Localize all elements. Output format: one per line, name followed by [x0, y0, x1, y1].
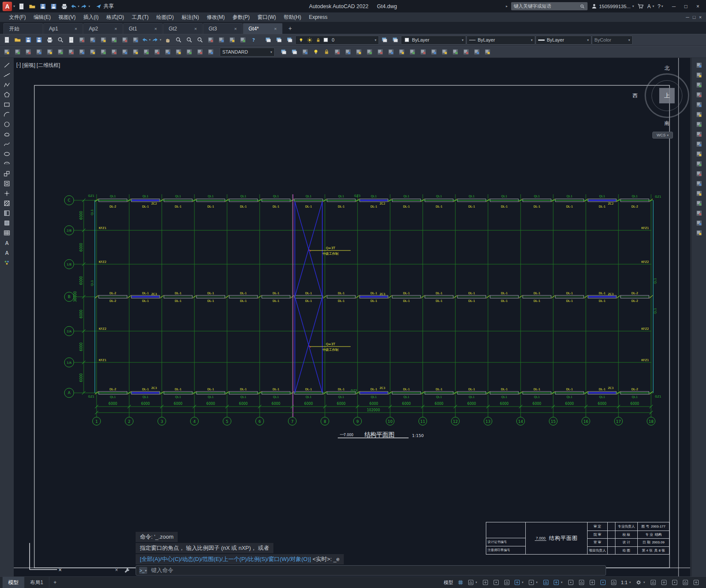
table-tool[interactable]	[1, 228, 12, 237]
text-style-dropdown-caret-icon[interactable]: ▾	[270, 50, 272, 54]
layer-off-icon[interactable]	[311, 47, 321, 57]
object-color-dropdown-caret-icon[interactable]: ▾	[462, 38, 464, 42]
new-file-icon[interactable]	[2, 35, 12, 45]
ucs-world-icon[interactable]	[12, 47, 23, 57]
lights-icon[interactable]	[98, 47, 109, 57]
arc-tool[interactable]	[1, 110, 12, 119]
point-tool[interactable]	[1, 189, 12, 198]
rectangle-tool[interactable]	[1, 100, 12, 109]
share-button[interactable]: 共享	[92, 3, 117, 10]
layer-properties-icon[interactable]	[263, 35, 273, 45]
dynamic-input-icon[interactable]	[491, 578, 501, 587]
new-tab-button[interactable]: +	[285, 24, 295, 33]
polar-tracking-icon-caret[interactable]: ▾	[521, 581, 524, 584]
visual-styles-icon[interactable]	[66, 47, 76, 57]
workspace-switching-icon[interactable]: ▾	[634, 578, 647, 587]
lineweight-dropdown-caret-icon[interactable]: ▾	[587, 38, 589, 42]
plot-style-dropdown[interactable]: ByColor▾	[592, 36, 633, 45]
file-tab-start[interactable]: 开始	[3, 23, 43, 34]
polygon-tool[interactable]	[1, 90, 12, 99]
steering-wheel-icon[interactable]	[120, 47, 130, 57]
pan-realtime-icon[interactable]	[163, 35, 173, 45]
layout1-tab[interactable]: 布局1	[24, 577, 49, 588]
viewport-minimize-control[interactable]: [-]	[16, 62, 21, 69]
layer-previous-icon[interactable]	[390, 35, 400, 45]
graphics-performance-icon[interactable]	[681, 578, 690, 587]
polyline-tool[interactable]	[1, 80, 12, 89]
table-style-icon[interactable]	[163, 47, 173, 57]
compass-up-face[interactable]: 上	[659, 88, 675, 103]
save-as-icon[interactable]	[34, 35, 44, 45]
app-menu-button[interactable]: A ▾	[3, 2, 15, 11]
menu-insert[interactable]: 插入(I)	[79, 12, 102, 22]
autoscale-icon[interactable]	[609, 578, 618, 587]
command-input-icon[interactable]: >_▾	[139, 567, 147, 574]
menu-express[interactable]: Express	[305, 12, 331, 22]
search-input[interactable]: 键入关键字或短语	[511, 2, 588, 10]
command-options[interactable]: [全部(A)/中心(C)/动态(D)/范围(E)/上一个(P)/比例(S)/窗口…	[140, 556, 311, 562]
isometric-drafting-icon[interactable]: ▾	[527, 578, 540, 587]
join-tool-icon[interactable]	[429, 47, 439, 57]
view-compass[interactable]: 北 上 西 东 南	[645, 65, 689, 129]
insert-block-tool[interactable]	[1, 169, 12, 178]
offset-tool-icon[interactable]	[375, 47, 385, 57]
snap-mode-icon-caret[interactable]: ▾	[475, 581, 478, 584]
etransmit-icon[interactable]	[77, 35, 87, 45]
doc-close-button[interactable]: ×	[699, 15, 702, 20]
design-center-icon[interactable]	[216, 35, 227, 45]
close-button[interactable]: ×	[692, 2, 703, 11]
redo-icon-caret[interactable]: ▾	[159, 38, 162, 42]
layer-lock-icon[interactable]	[315, 37, 321, 43]
trim-tool-icon[interactable]	[397, 47, 407, 57]
spline-tool[interactable]	[1, 139, 12, 148]
undo-icon[interactable]: ▾	[141, 35, 152, 45]
redo-icon[interactable]: ▾	[152, 35, 162, 45]
autodesk-apps-button[interactable]: A▾	[647, 3, 654, 9]
menu-dimension[interactable]: 标注(N)	[178, 12, 203, 22]
undo-icon[interactable]: ▾	[70, 2, 80, 11]
make-block-tool[interactable]	[1, 179, 12, 188]
make-object-layer-current-icon[interactable]	[379, 35, 390, 45]
menu-format[interactable]: 格式(O)	[103, 12, 128, 22]
hatch-tool[interactable]	[1, 199, 12, 208]
close-tab-icon[interactable]: ×	[155, 26, 157, 31]
tool-palettes-icon[interactable]	[227, 35, 237, 45]
menu-draw[interactable]: 绘图(D)	[152, 12, 178, 22]
grid-display-icon[interactable]	[456, 578, 465, 587]
circle-tool[interactable]	[1, 120, 12, 129]
file-tab-ap2[interactable]: Ap2×	[83, 23, 123, 34]
color-dots-tool[interactable]	[1, 258, 12, 267]
break-tool-icon[interactable]	[418, 47, 428, 57]
text-style-dropdown[interactable]: STANDARD▾	[220, 48, 275, 57]
workspace-switching-icon-caret[interactable]: ▾	[642, 581, 646, 584]
extend-tool-icon[interactable]	[407, 47, 418, 57]
menu-window[interactable]: 窗口(W)	[254, 12, 280, 22]
redo-icon-caret[interactable]: ▾	[88, 5, 91, 8]
copy-clip-icon[interactable]	[98, 35, 109, 45]
measure-tool-icon[interactable]	[461, 47, 471, 57]
chamfer-tool-icon[interactable]	[439, 47, 450, 57]
break-at-point-tool[interactable]	[694, 169, 705, 178]
gradient-tool[interactable]	[1, 208, 12, 217]
annotation-scale-icon[interactable]	[195, 47, 205, 57]
compass-west-label[interactable]: 西	[633, 92, 638, 100]
help-icon[interactable]: ?	[248, 35, 259, 45]
model-space-button[interactable]: 模型	[442, 578, 455, 587]
maximize-button[interactable]: □	[680, 2, 691, 11]
clean-screen-icon[interactable]	[691, 578, 701, 587]
menu-tools[interactable]: 工具(T)	[128, 12, 152, 22]
minimize-button[interactable]: ─	[668, 2, 679, 11]
copy-tool[interactable]	[694, 70, 705, 79]
add-layout-button[interactable]: +	[49, 579, 61, 585]
annotation-scale-button[interactable]: 1:1▾	[620, 578, 633, 587]
file-tab-ap1[interactable]: Ap1×	[43, 23, 83, 34]
annotation-scale-button-caret[interactable]: ▾	[628, 581, 632, 584]
plot-icon[interactable]	[45, 35, 55, 45]
open-icon[interactable]	[27, 2, 37, 11]
region-tool[interactable]	[1, 218, 12, 227]
move-tool[interactable]	[694, 110, 705, 119]
ellipse-arc-tool[interactable]	[1, 159, 12, 168]
array-tool[interactable]	[694, 100, 705, 109]
command-customize-icon[interactable]	[124, 567, 130, 574]
layer-freeze-icon[interactable]	[300, 47, 310, 57]
